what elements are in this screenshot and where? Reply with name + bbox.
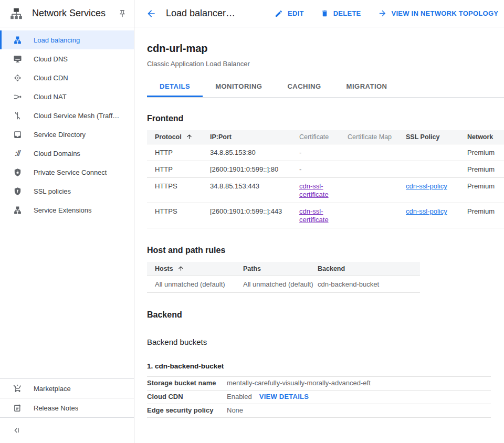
tab-caching[interactable]: CACHING (275, 75, 333, 97)
certificate-map-cell (340, 144, 398, 161)
column-header-ip-port[interactable]: IP:Port (202, 130, 291, 144)
detail-row-edge-security-policy: Edge security policy None (147, 404, 491, 418)
pin-icon[interactable] (118, 9, 127, 18)
sidebar-collapse-row (0, 417, 134, 443)
certificate-link[interactable]: cdn-ssl-certificate (299, 182, 329, 198)
ssl-policy-link[interactable]: cdn-ssl-policy (406, 207, 447, 215)
sidebar-item-release-notes[interactable]: Release Notes (0, 398, 134, 417)
column-header-backend[interactable]: Backend (310, 262, 420, 276)
back-button[interactable] (146, 8, 156, 19)
column-header-ssl-policy[interactable]: SSL Policy (398, 130, 459, 144)
pencil-icon (275, 9, 283, 18)
tab-details[interactable]: DETAILS (147, 75, 203, 97)
arrow-right-icon (378, 9, 387, 18)
column-header-certificate-map[interactable]: Certificate Map (340, 130, 398, 144)
tab-monitoring[interactable]: MONITORING (203, 75, 275, 97)
page-title: Load balancer… (166, 8, 235, 19)
certificate-map-cell (340, 161, 398, 178)
paths-cell: All unmatched (default) (235, 276, 310, 293)
marketplace-icon (13, 384, 22, 393)
column-header-certificate[interactable]: Certificate (291, 130, 340, 144)
protocol-cell: HTTPS (147, 203, 202, 228)
certificate-link[interactable]: cdn-ssl-certificate (299, 207, 329, 224)
sidebar-item-private-service-connect[interactable]: Private Service Connect (0, 163, 134, 182)
ssl-policy-link[interactable]: cdn-ssl-policy (406, 182, 447, 190)
resource-title: cdn-url-map (147, 42, 504, 55)
view-details-link[interactable]: VIEW DETAILS (259, 393, 309, 400)
frontend-row: HTTPS [2600:1901:0:599::]:443 cdn-ssl-ce… (147, 203, 504, 228)
cloud-cdn-icon (13, 73, 22, 82)
certificate-cell: - (291, 161, 340, 178)
protocol-cell: HTTP (147, 161, 202, 178)
view-in-network-topology-label: VIEW IN NETWORK TOPOLOGY (392, 9, 499, 17)
sidebar-item-label: Cloud CDN (34, 74, 68, 82)
host-path-row: All unmatched (default) All unmatched (d… (147, 276, 420, 293)
sidebar-item-label: Cloud DNS (34, 55, 68, 63)
detail-label: Storage bucket name (147, 379, 227, 387)
network-cell: Premium (459, 161, 504, 178)
frontend-row: HTTP [2600:1901:0:599::]:80 - Premium (147, 161, 504, 178)
protocol-cell: HTTPS (147, 178, 202, 203)
column-header-protocol[interactable]: Protocol (147, 130, 202, 144)
service-directory-icon (13, 130, 22, 139)
cloud-dns-icon (13, 54, 22, 64)
trash-icon (321, 9, 329, 17)
collapse-sidebar-icon[interactable] (13, 426, 21, 435)
sidebar-item-service-directory[interactable]: Service Directory (0, 125, 134, 144)
network-services-logo-icon (9, 7, 23, 20)
protocol-cell: HTTP (147, 144, 202, 161)
private-service-connect-icon (13, 167, 22, 177)
sidebar-item-cloud-dns[interactable]: Cloud DNS (0, 49, 134, 68)
sort-ascending-icon (186, 133, 193, 140)
sidebar-item-label: Load balancing (34, 36, 80, 44)
sidebar-item-label: Cloud Service Mesh (Traff… (34, 112, 119, 120)
detail-value: None (227, 407, 243, 414)
sidebar: Load balancing Cloud DNS Cloud CDN Cloud… (0, 27, 134, 443)
sidebar-footer: Marketplace Release Notes (0, 378, 134, 443)
sidebar-item-ssl-policies[interactable]: SSL policies (0, 182, 134, 201)
sidebar-item-cloud-nat[interactable]: Cloud NAT (0, 87, 134, 106)
edit-button[interactable]: EDIT (275, 9, 304, 18)
sidebar-item-cloud-cdn[interactable]: Cloud CDN (0, 68, 134, 87)
service-extensions-icon (13, 205, 22, 215)
column-header-hosts[interactable]: Hosts (147, 262, 235, 276)
host-path-rules-table: Hosts Paths Backend All unmatched (defau… (147, 262, 420, 293)
host-path-header-row: Hosts Paths Backend (147, 262, 420, 276)
sidebar-item-service-extensions[interactable]: Service Extensions (0, 201, 134, 219)
certificate-map-cell (340, 178, 398, 203)
tab-bar: DETAILS MONITORING CACHING MIGRATION (147, 75, 504, 98)
sidebar-item-label: Marketplace (34, 385, 71, 393)
backend-bucket-title: 1. cdn-backend-bucket (147, 362, 504, 370)
detail-value: mentally-carefully-visually-morally-adva… (227, 379, 371, 387)
frontend-row: HTTP 34.8.85.153:80 - Premium (147, 144, 504, 161)
backend-cell: cdn-backend-bucket (310, 276, 420, 293)
view-in-network-topology-button[interactable]: VIEW IN NETWORK TOPOLOGY (378, 9, 499, 18)
delete-button[interactable]: DELETE (321, 9, 361, 18)
ssl-policy-cell (398, 161, 459, 178)
cloud-domains-icon: :// (13, 149, 22, 158)
frontend-table-header-row: Protocol IP:Port Certificate Certificate… (147, 130, 504, 144)
detail-value: Enabled (227, 393, 252, 400)
service-mesh-icon (13, 111, 22, 120)
ip-port-cell: 34.8.85.153:443 (202, 178, 291, 203)
column-header-network[interactable]: Network (459, 130, 504, 144)
sidebar-item-cloud-service-mesh[interactable]: Cloud Service Mesh (Traff… (0, 106, 134, 125)
sidebar-item-label: Private Service Connect (34, 168, 107, 176)
release-notes-icon (13, 403, 22, 413)
sidebar-item-cloud-domains[interactable]: :// Cloud Domains (0, 144, 134, 163)
ip-port-cell: 34.8.85.153:80 (202, 144, 291, 161)
tab-migration[interactable]: MIGRATION (334, 75, 400, 97)
network-cell: Premium (459, 144, 504, 161)
toolbar: EDIT DELETE VIEW IN NETWORK TOPOLOGY (275, 9, 498, 18)
detail-row-storage-bucket-name: Storage bucket name mentally-carefully-v… (147, 376, 491, 390)
sidebar-item-label: SSL policies (34, 187, 71, 195)
certificate-map-cell (340, 203, 398, 228)
ip-port-cell: [2600:1901:0:599::]:443 (202, 203, 291, 228)
sidebar-item-label: Service Directory (34, 131, 86, 139)
sidebar-item-load-balancing[interactable]: Load balancing (0, 30, 134, 49)
sidebar-item-marketplace[interactable]: Marketplace (0, 378, 134, 398)
delete-button-label: DELETE (333, 9, 361, 17)
backend-bucket-details: Storage bucket name mentally-carefully-v… (147, 376, 491, 418)
ssl-policies-icon (13, 186, 22, 196)
column-header-paths[interactable]: Paths (235, 262, 310, 276)
